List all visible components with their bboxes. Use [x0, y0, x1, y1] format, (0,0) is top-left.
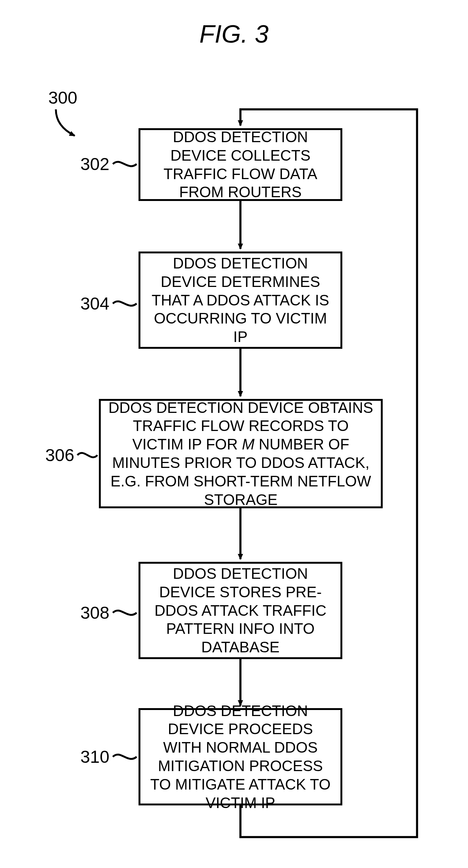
- figure-title: FIG. 3: [159, 20, 309, 48]
- ref-label-308: 308: [80, 603, 109, 623]
- ref-label-302: 302: [80, 154, 109, 174]
- step-box-302: DDOS DETECTION DEVICE COLLECTS TRAFFIC F…: [139, 128, 342, 201]
- tilde-302: [113, 162, 137, 166]
- step-text-302: DDOS DETECTION DEVICE COLLECTS TRAFFIC F…: [147, 128, 334, 201]
- step-box-308: DDOS DETECTION DEVICE STORES PRE-DDOS AT…: [139, 562, 342, 659]
- tilde-308: [113, 610, 137, 615]
- step-text-310: DDOS DETECTION DEVICE PROCEEDS WITH NORM…: [147, 702, 334, 812]
- step-text-308: DDOS DETECTION DEVICE STORES PRE-DDOS AT…: [147, 564, 334, 656]
- ref-label-main: 300: [48, 87, 77, 108]
- step-text-306: DDOS DETECTION DEVICE OBTAINS TRAFFIC FL…: [108, 399, 374, 509]
- step-box-304: DDOS DETECTION DEVICE DETERMINES THAT A …: [139, 252, 342, 349]
- tilde-310: [113, 755, 137, 759]
- step-box-310: DDOS DETECTION DEVICE PROCEEDS WITH NORM…: [139, 708, 342, 805]
- step-text-304: DDOS DETECTION DEVICE DETERMINES THAT A …: [147, 254, 334, 346]
- leader-300: [56, 109, 75, 136]
- step-text-306-italic: M: [242, 436, 254, 452]
- tilde-304: [113, 301, 137, 306]
- diagram-canvas: FIG. 3 300 302 DDOS DETECTION DEVICE COL…: [0, 0, 468, 868]
- ref-label-304: 304: [80, 293, 109, 314]
- tilde-306: [77, 453, 97, 457]
- step-box-306: DDOS DETECTION DEVICE OBTAINS TRAFFIC FL…: [99, 399, 383, 508]
- ref-label-310: 310: [80, 747, 109, 767]
- ref-label-306: 306: [45, 445, 74, 465]
